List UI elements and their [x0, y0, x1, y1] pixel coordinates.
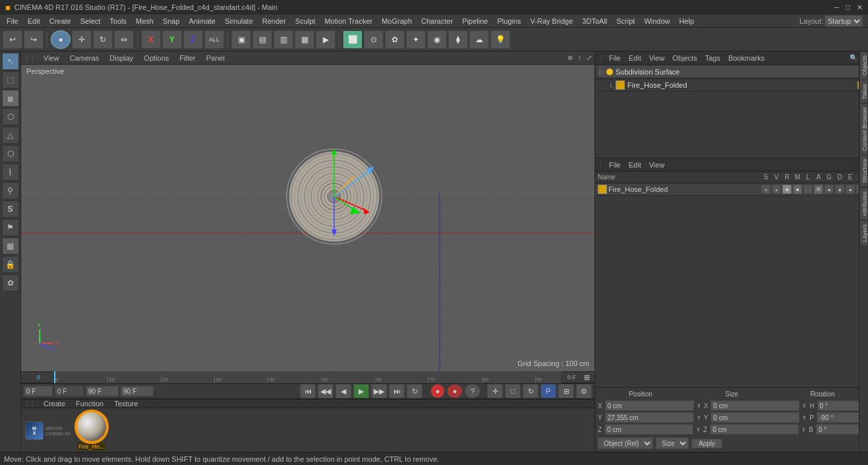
row-icon-7[interactable]: ●: [825, 185, 834, 194]
render-view3-btn[interactable]: ▥: [274, 30, 293, 49]
axis-x-btn[interactable]: X: [141, 30, 161, 49]
row-icon-8[interactable]: ●: [835, 185, 844, 194]
mode-object-btn[interactable]: ●: [51, 30, 71, 49]
menu-window[interactable]: Window: [640, 16, 674, 26]
vp-menu-options[interactable]: Options: [141, 54, 171, 62]
material-item-1[interactable]: Fire_Ho...: [76, 411, 107, 450]
mode-scale-btn[interactable]: ⇔: [114, 30, 134, 49]
current-frame-input[interactable]: [24, 386, 53, 396]
pb-goto-start[interactable]: ⏮: [300, 384, 316, 398]
object-rel-dropdown[interactable]: Object (Rel) World: [598, 437, 653, 449]
pb-prev-frame[interactable]: ◀: [335, 384, 351, 398]
apply-button[interactable]: Apply: [691, 439, 722, 449]
size-x-input[interactable]: [710, 400, 799, 411]
menu-mograph[interactable]: MoGraph: [378, 16, 416, 26]
tool-snap[interactable]: ✿: [2, 274, 19, 292]
layout-select[interactable]: Startup: [825, 15, 863, 27]
tool-viewport[interactable]: ⬚: [2, 71, 19, 88]
pb-goto-end[interactable]: ⏭: [389, 384, 405, 398]
timeline-ruler[interactable]: 0 10 20 30 40 50 60 70: [54, 371, 562, 383]
axis-y-btn[interactable]: Y: [162, 30, 182, 49]
vp-icon-1[interactable]: ⊕: [567, 54, 573, 61]
anim-rot-btn[interactable]: □: [505, 384, 521, 398]
tool-checker[interactable]: ▦: [2, 90, 19, 107]
row-icon-4[interactable]: ■: [793, 185, 802, 194]
anim-grid-btn[interactable]: ⊞: [558, 384, 574, 398]
menu-script[interactable]: Script: [612, 16, 639, 26]
tool-paint[interactable]: ⚑: [2, 219, 19, 236]
vp-icon-3[interactable]: ⤢: [587, 54, 592, 61]
render-btn[interactable]: ▶: [316, 30, 335, 49]
menu-character[interactable]: Character: [417, 16, 457, 26]
pb-play[interactable]: ▶: [353, 384, 369, 398]
vp-menu-cameras[interactable]: Cameras: [67, 54, 102, 62]
menu-vray[interactable]: V-Ray Bridge: [527, 16, 577, 26]
render-view4-btn[interactable]: ▦: [295, 30, 314, 49]
vp-menu-view[interactable]: View: [41, 54, 62, 62]
minimize-btn[interactable]: ─: [834, 3, 840, 12]
obj-panel-edit[interactable]: Edit: [626, 54, 644, 62]
tool-grid[interactable]: ▦: [2, 237, 19, 255]
obj-deform-btn[interactable]: ⧫: [448, 30, 468, 49]
object-list-row[interactable]: Fire_Hose_Folded ● ● ■ ■ ⊞: [595, 183, 868, 196]
menu-create[interactable]: Create: [45, 16, 75, 26]
obj-panel-objects[interactable]: Objects: [670, 54, 699, 62]
tool-pointer[interactable]: ↖: [2, 53, 19, 70]
vtab-takes[interactable]: Takes: [859, 80, 868, 104]
obj-panel-bookmarks[interactable]: Bookmarks: [726, 54, 767, 62]
obj-panel-tags[interactable]: Tags: [703, 54, 723, 62]
tool-polygon[interactable]: ⬡: [2, 108, 19, 125]
obj-panel-view[interactable]: View: [647, 54, 668, 62]
menu-help[interactable]: Help: [676, 16, 699, 26]
mat-menu-function[interactable]: Function: [73, 400, 106, 408]
vtab-content-browser[interactable]: Content Browser: [859, 103, 868, 155]
anim-auto-btn[interactable]: ?: [465, 384, 480, 398]
axis-all-btn[interactable]: ALL: [204, 30, 224, 49]
anim-move-btn[interactable]: ✛: [487, 384, 503, 398]
row-icon-2[interactable]: ●: [772, 185, 781, 194]
frame-start-input[interactable]: [55, 386, 84, 396]
frame-end-input[interactable]: [86, 386, 119, 396]
pb-next-frame[interactable]: ▶▶: [371, 384, 387, 398]
undo-btn[interactable]: ↩: [3, 30, 22, 49]
obj-sphere-btn[interactable]: ⊙: [364, 30, 384, 49]
size-dropdown[interactable]: Size: [656, 437, 689, 449]
menu-render[interactable]: Render: [258, 16, 290, 26]
obj-cube-btn[interactable]: ⬜: [343, 30, 362, 49]
obj-panel-file[interactable]: File: [606, 54, 623, 62]
anim-settings-btn[interactable]: ⚙: [576, 384, 592, 398]
obj-ffd-btn[interactable]: ✿: [385, 30, 405, 49]
row-icon-6[interactable]: ⊞: [814, 185, 823, 194]
anim-key-btn[interactable]: ●: [447, 384, 463, 398]
obj-scene-btn[interactable]: ☁: [469, 30, 489, 49]
row-icon-5[interactable]: [803, 185, 813, 194]
mat-menu-texture[interactable]: Texture: [111, 400, 140, 408]
row-icon-3[interactable]: ■: [782, 185, 792, 194]
tool-knife[interactable]: ⌇: [2, 164, 19, 181]
vtab-structure[interactable]: Structure: [859, 155, 868, 187]
menu-snap[interactable]: Snap: [159, 16, 184, 26]
menu-simulate[interactable]: Simulate: [221, 16, 257, 26]
axis-z-btn[interactable]: Z: [183, 30, 203, 49]
vtab-objects[interactable]: Objects: [859, 51, 868, 80]
row-icon-9[interactable]: ●: [846, 185, 855, 194]
tool-s[interactable]: S: [2, 201, 19, 218]
list-menu-file[interactable]: File: [606, 161, 623, 169]
pb-loop[interactable]: ↻: [407, 384, 422, 398]
preview-start-input[interactable]: [121, 386, 154, 396]
list-menu-edit[interactable]: Edit: [626, 161, 644, 169]
tool-lock[interactable]: 🔒: [2, 256, 19, 273]
vp-menu-display[interactable]: Display: [107, 54, 136, 62]
menu-3dtoall[interactable]: 3DToAll: [578, 16, 611, 26]
timeline-expand-btn[interactable]: ⊞: [581, 372, 592, 383]
obj-spline-btn[interactable]: ✦: [406, 30, 426, 49]
anim-pos-btn[interactable]: P: [540, 384, 556, 398]
vp-menu-panel[interactable]: Panel: [204, 54, 227, 62]
tool-point[interactable]: ⬡: [2, 145, 19, 162]
render-view-btn[interactable]: ▣: [231, 30, 251, 49]
size-z-input[interactable]: [710, 424, 799, 435]
list-menu-view[interactable]: View: [647, 161, 668, 169]
mode-rotate-btn[interactable]: ↻: [93, 30, 113, 49]
mat-menu-create[interactable]: Create: [41, 400, 68, 408]
material-thumb-1[interactable]: [76, 411, 107, 443]
